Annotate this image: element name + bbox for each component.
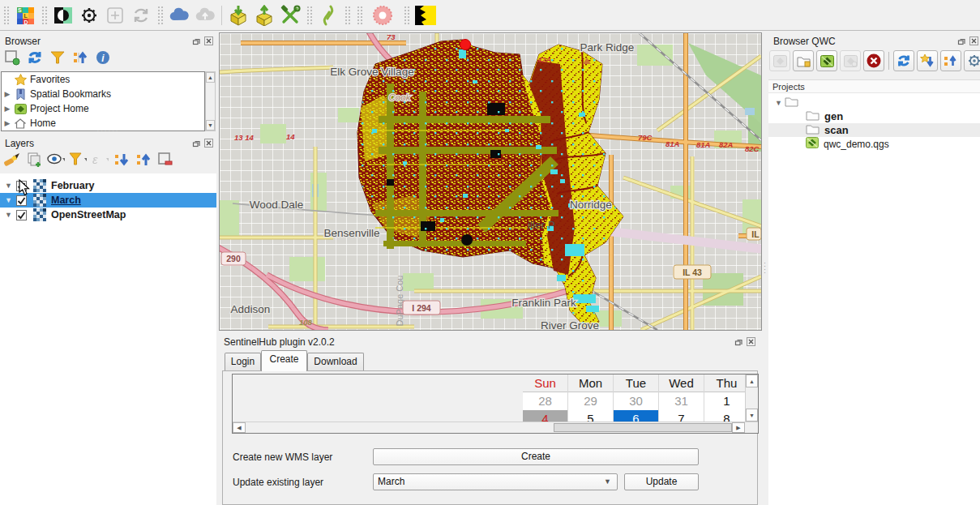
sentinelhub-icon[interactable] (318, 5, 339, 26)
refresh-icon[interactable] (893, 50, 914, 71)
toolbar-grip[interactable] (357, 6, 362, 25)
tree-item-spatial-bookmarks[interactable]: ▶ Spatial Bookmarks (2, 87, 204, 101)
tree-item-project-home[interactable]: ▶ Project Home (2, 101, 204, 116)
tree-item-scan[interactable]: scan (768, 123, 980, 137)
calendar-horizontal-scrollbar[interactable]: ◀ ▶ (233, 422, 758, 433)
delete-icon[interactable] (863, 50, 884, 71)
layer-checkbox[interactable] (16, 210, 27, 220)
layer-row-february[interactable]: ▼ February (0, 178, 216, 193)
contrast-icon[interactable] (53, 5, 74, 26)
collapse-all-icon[interactable] (940, 50, 961, 71)
style-manager-icon[interactable] (3, 151, 21, 169)
tree-item-gen[interactable]: gen (768, 109, 980, 123)
float-panel-button[interactable] (734, 336, 743, 346)
calendar-day[interactable]: 31 (659, 392, 704, 410)
sld-legend-icon[interactable]: S L D (15, 5, 36, 26)
expand-icon[interactable]: ▼ (0, 182, 13, 190)
properties-info-icon[interactable]: i (94, 49, 112, 66)
tree-item-favorites[interactable]: Favorites (2, 72, 204, 87)
expand-all-icon[interactable] (113, 151, 131, 169)
save-project-icon[interactable] (816, 50, 837, 71)
browser-panel: Browser i (0, 32, 216, 135)
filter-browser-icon[interactable] (49, 49, 66, 66)
open-project-icon[interactable] (769, 50, 790, 71)
new-folder-icon[interactable] (793, 50, 814, 71)
shield-label: I 294 (412, 303, 431, 313)
collapse-all-icon[interactable] (71, 49, 89, 66)
calendar-vertical-scrollbar[interactable]: ▲ ▼ (745, 374, 758, 422)
expand-icon[interactable]: ▼ (768, 99, 780, 107)
update-button[interactable]: Update (624, 473, 699, 490)
scroll-up-icon[interactable]: ▲ (206, 72, 215, 83)
close-panel-button[interactable] (969, 36, 978, 45)
shield-label: IL 43 (683, 267, 702, 277)
calendar-day[interactable]: 29 (568, 392, 613, 410)
add-plus-icon[interactable] (105, 5, 126, 26)
close-panel-button[interactable] (203, 36, 213, 45)
scroll-left-icon[interactable]: ◀ (233, 422, 246, 433)
toolbar-grip[interactable] (41, 6, 47, 25)
calendar-day[interactable]: 28 (523, 392, 567, 410)
refresh-sync-icon[interactable] (131, 5, 152, 26)
cloud-upload-icon[interactable] (195, 5, 216, 26)
tab-create[interactable]: Create (261, 350, 307, 371)
collapse-all-icon[interactable] (135, 151, 152, 169)
tree-root-folder[interactable]: ▼ (768, 96, 980, 109)
calendar-day[interactable]: 30 (614, 392, 658, 410)
qwc-flag-icon[interactable] (415, 5, 436, 26)
tab-download[interactable]: Download (307, 353, 364, 370)
map-themes-icon[interactable] (47, 151, 65, 169)
create-button[interactable]: Create (373, 448, 699, 465)
filter-expression-icon[interactable]: ε (91, 151, 109, 169)
calendar-day[interactable]: 5 (568, 410, 613, 422)
layer-select-combobox[interactable]: March ▼ (373, 473, 618, 490)
remove-layer-icon[interactable] (156, 151, 174, 169)
calendar-day-selected[interactable]: 6 (614, 410, 658, 422)
float-panel-button[interactable] (956, 36, 966, 45)
settings-gear-icon[interactable] (964, 50, 980, 71)
float-panel-button[interactable] (191, 36, 201, 45)
plugin-tools-icon[interactable] (280, 5, 301, 26)
calendar-day[interactable]: 1 (704, 392, 745, 410)
calendar-scroll-area[interactable]: Sun 28 4 Mon 29 5 Tue 30 6 (232, 374, 759, 434)
toolbar-grip[interactable] (344, 6, 350, 25)
scroll-up-icon[interactable]: ▲ (746, 374, 758, 387)
refresh-icon[interactable] (26, 49, 44, 66)
weekday-header: Thu (704, 374, 745, 392)
scroll-down-icon[interactable]: ▼ (746, 409, 758, 422)
shutter-icon[interactable] (372, 5, 393, 26)
toolbar-separator (888, 52, 889, 70)
plugin-uninstall-icon[interactable] (254, 5, 275, 26)
settings-gear-icon[interactable] (79, 5, 100, 26)
expand-icon[interactable]: ▼ (0, 196, 13, 204)
add-selected-layer-icon[interactable] (3, 49, 21, 66)
plugin-install-icon[interactable] (228, 5, 249, 26)
tab-login[interactable]: Login (225, 353, 261, 370)
float-panel-button[interactable] (191, 138, 201, 148)
add-group-icon[interactable] (25, 151, 43, 169)
toolbar-grip[interactable] (404, 6, 409, 25)
toolbar-grip[interactable] (3, 6, 9, 25)
scroll-right-icon[interactable]: ▶ (732, 422, 745, 433)
cloud-icon[interactable] (169, 5, 190, 26)
layer-row-march[interactable]: ▼ March (0, 193, 216, 208)
calendar-day[interactable]: 7 (659, 410, 704, 422)
map-canvas[interactable]: Elk Grove Village Park Ridge Cook Wood D… (219, 32, 762, 331)
filter-legend-icon[interactable] (69, 151, 87, 169)
close-panel-button[interactable] (203, 138, 213, 148)
save-as-icon[interactable] (840, 50, 861, 71)
close-panel-button[interactable] (746, 336, 755, 346)
vertical-splitter-right[interactable]: ···· (762, 32, 768, 505)
calendar-day[interactable]: 8 (704, 410, 745, 422)
layers-panel-title: Layers (5, 138, 34, 149)
expand-all-icon[interactable] (917, 50, 938, 71)
browser-tree-scrollbar[interactable]: ▲ ▼ (205, 71, 216, 131)
calendar-day[interactable]: 4 (523, 410, 567, 422)
expand-icon[interactable]: ▼ (0, 211, 13, 219)
toolbar-grip[interactable] (157, 6, 163, 25)
scrollbar-thumb[interactable] (554, 423, 732, 432)
layer-row-openstreetmap[interactable]: ▼ OpenStreetMap (0, 208, 216, 222)
panel-resize-handle[interactable]: ······ (0, 129, 216, 134)
tree-item-qwc-demo[interactable]: qwc_demo.qgs (768, 137, 980, 151)
toolbar-grip[interactable] (306, 6, 312, 25)
